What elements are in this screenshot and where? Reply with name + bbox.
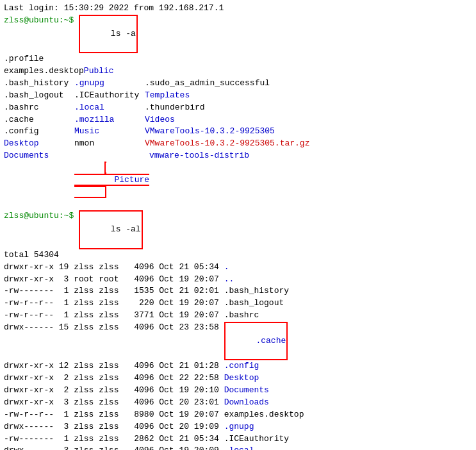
terminal: Last login: 15:30:29 2022 from 192.168.2… bbox=[0, 0, 476, 450]
ls-al-entry-desktop: drwxr-xr-x 2 zlss zlss 4096 Oct 22 22:58… bbox=[4, 372, 472, 385]
ls-a-row-2: examples.desktop Public bbox=[4, 65, 472, 78]
cache-name-box: .cache bbox=[224, 322, 288, 361]
ls-al-command-box[interactable]: ls -al bbox=[79, 210, 143, 249]
ls-al-entry-dot: drwxr-xr-x 19 zlss zlss 4096 Oct 21 05:3… bbox=[4, 262, 472, 274]
ls-a-row-6: .cache .mozilla Videos bbox=[4, 114, 472, 126]
ls-a-row-4: .bash_logout .ICEauthority Templates bbox=[4, 90, 472, 102]
ls-al-entry-bash-logout: -rw-r--r-- 1 zlss zlss 220 Oct 19 20:07 … bbox=[4, 297, 472, 310]
ls-al-entry-ice: -rw------- 1 zlss zlss 2862 Oct 21 05:34… bbox=[4, 433, 472, 446]
ls-al-entry-bashrc: -rw-r--r-- 1 zlss zlss 3771 Oct 19 20:07… bbox=[4, 310, 472, 322]
ls-al-entry-downloads: drwxr-xr-x 3 zlss zlss 4096 Oct 20 23:01… bbox=[4, 397, 472, 409]
prompt-ls-al: zlss@ubuntu:~$ bbox=[4, 210, 79, 249]
ls-al-entry-gnupg: drwx------ 3 zlss zlss 4096 Oct 20 19:09… bbox=[4, 421, 472, 433]
ls-a-row-7: .config Music VMwareTools-10.3.2-9925305 bbox=[4, 126, 472, 138]
ls-al-entry-bash-history: -rw------- 1 zlss zlss 1535 Oct 21 02:01… bbox=[4, 285, 472, 297]
ls-al-entry-documents: drwxr-xr-x 2 zlss zlss 4096 Oct 19 20:10… bbox=[4, 385, 472, 397]
ls-a-command-box[interactable]: ls -a bbox=[79, 15, 138, 54]
picture-box: Picture bbox=[74, 162, 149, 198]
ls-al-entry-config: drwxr-xr-x 12 zlss zlss 4096 Oct 21 01:2… bbox=[4, 360, 472, 372]
ls-al-entry-cache: drwx------ 15 zlss zlss 4096 Oct 23 23:5… bbox=[4, 322, 472, 361]
ls-a-row-1: .profile bbox=[4, 53, 472, 65]
ls-al-entry-examples: -rw-r--r-- 1 zlss zlss 8980 Oct 19 20:07… bbox=[4, 409, 472, 421]
ls-a-row-3: .bash_history .gnupg .sudo_as_admin_succ… bbox=[4, 78, 472, 90]
top-partial-line: Last login: 15:30:29 2022 from 192.168.2… bbox=[4, 3, 472, 15]
prompt-ls-a: zlss@ubuntu:~$ bbox=[4, 15, 79, 54]
ls-a-prompt-line: zlss@ubuntu:~$ ls -a bbox=[4, 15, 472, 54]
ls-al-entry-local: drwx------ 3 zlss zlss 4096 Oct 19 20:09… bbox=[4, 445, 472, 450]
ls-al-prompt-line: zlss@ubuntu:~$ ls -al bbox=[4, 210, 472, 249]
ls-a-row-8: Desktop nmon VMwareTools-10.3.2-9925305.… bbox=[4, 138, 472, 150]
total-line: total 54304 bbox=[4, 249, 472, 262]
ls-a-row-9: Documents Picture vmware-tools-distrib bbox=[4, 150, 472, 210]
ls-al-entry-dotdot: drwxr-xr-x 3 root root 4096 Oct 19 20:07… bbox=[4, 274, 472, 286]
ls-a-row-5: .bashrc .local .thunderbird bbox=[4, 102, 472, 114]
